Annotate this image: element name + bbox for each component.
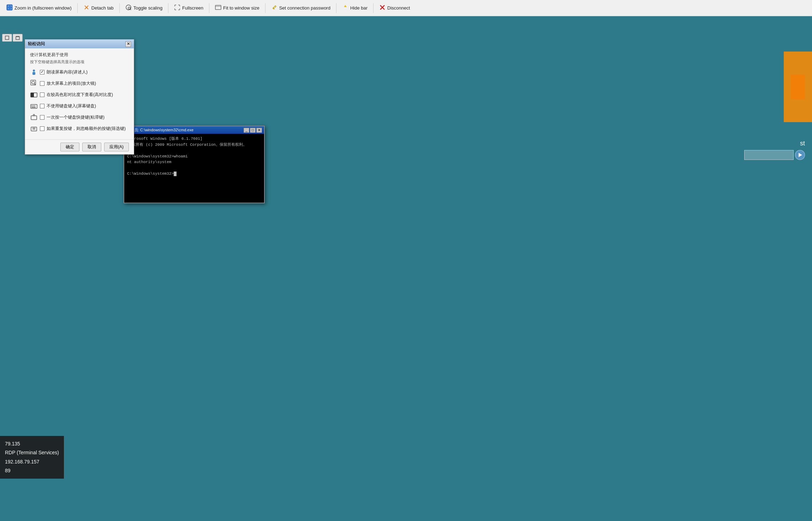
hide-bar-button[interactable]: Hide bar: [339, 3, 371, 13]
sep-5: [265, 3, 265, 13]
hide-bar-icon: [342, 4, 348, 12]
svg-rect-23: [31, 106, 32, 106]
svg-rect-22: [31, 104, 37, 108]
cmd-title-buttons: _ □ ✕: [244, 128, 262, 133]
filter-checkbox[interactable]: [40, 126, 44, 131]
contrast-checkbox[interactable]: [40, 92, 44, 97]
svg-marker-9: [344, 5, 347, 7]
cmd-line-2: [127, 148, 261, 154]
sep-3: [168, 3, 168, 13]
detach-tab-label: Detach tab: [91, 5, 114, 11]
cmd-line-4: nt authority\system: [127, 159, 261, 165]
tooltip-protocol: RDP (Terminal Services): [5, 448, 59, 457]
login-label: st: [744, 140, 805, 147]
fullscreen-button[interactable]: Fullscreen: [171, 3, 207, 13]
svg-point-15: [33, 70, 35, 72]
sep-6: [336, 3, 336, 13]
magnifier-label: 放大屏幕上的项目(放大镜): [47, 80, 96, 86]
tooltip-ip: 79.135: [5, 439, 59, 448]
svg-rect-16: [32, 72, 35, 75]
sidebar-widget: [784, 52, 812, 122]
access-item-contrast: 在较高色彩对比度下查看(高对比度): [30, 91, 129, 98]
dialog-ok-button[interactable]: 确定: [60, 143, 79, 151]
cmd-maximize-button[interactable]: □: [250, 128, 256, 133]
narrator-icon: [30, 68, 38, 76]
cmd-window: 管理员: C:\windows\system32\cmd.exe _ □ ✕ M…: [124, 126, 265, 203]
disconnect-button[interactable]: Disconnect: [376, 3, 413, 13]
login-input-row: [744, 150, 805, 160]
filter-icon: [30, 125, 38, 132]
osk-icon: [30, 102, 38, 110]
detach-tab-button[interactable]: Detach tab: [80, 3, 117, 13]
cmd-line-5: [127, 165, 261, 171]
cmd-cursor: [174, 172, 177, 176]
cmd-line-6: C:\Windows\system32>: [127, 171, 261, 177]
sub-toolbar: [0, 32, 25, 43]
svg-rect-25: [34, 106, 35, 106]
disconnect-label: Disconnect: [387, 5, 410, 11]
sep-7: [373, 3, 374, 13]
hide-bar-label: Hide bar: [350, 5, 368, 11]
sticky-checkbox[interactable]: [40, 115, 44, 120]
svg-rect-12: [5, 36, 9, 40]
svg-rect-24: [33, 106, 34, 106]
dialog-apply-button[interactable]: 应用(A): [104, 143, 129, 151]
svg-rect-32: [791, 74, 805, 99]
osk-checkbox[interactable]: [40, 104, 44, 108]
svg-line-6: [130, 9, 131, 10]
tooltip-box: 79.135 RDP (Terminal Services) 192.168.7…: [0, 436, 64, 479]
contrast-icon: [30, 91, 38, 98]
osk-label: 不使用键盘键入(屏幕键盘): [47, 103, 96, 109]
sub-btn-2[interactable]: [13, 34, 23, 42]
cmd-minimize-button[interactable]: _: [244, 128, 249, 133]
svg-point-28: [33, 114, 35, 116]
cmd-close-button[interactable]: ✕: [256, 128, 262, 133]
access-item-sticky: 一次按一个键盘快捷键(粘滞键): [30, 113, 129, 121]
svg-rect-21: [31, 93, 34, 97]
cmd-body[interactable]: Microsoft Windows [版本 6.1.7601] øû权所有 (c…: [124, 134, 264, 203]
set-password-button[interactable]: Set connection password: [268, 3, 334, 13]
svg-rect-26: [31, 107, 36, 108]
toggle-scaling-icon: [125, 4, 132, 12]
cmd-line-0: Microsoft Windows [版本 6.1.7601]: [127, 136, 261, 142]
access-item-filter: 如果重复按键，则忽略额外的按键(筛选键): [30, 125, 129, 132]
cmd-line-1: øû权所有 (c) 2009 Microsoft Corporation。保留所…: [127, 142, 261, 148]
set-password-icon: [271, 4, 277, 12]
magnifier-icon: [30, 79, 38, 87]
set-password-label: Set connection password: [279, 5, 330, 11]
access-item-osk: 不使用键盘键入(屏幕键盘): [30, 102, 129, 110]
cmd-line-3: C:\Windows\system32>whoami: [127, 154, 261, 160]
dialog-subtext: 按下空格键选择高亮显示的选项: [30, 59, 129, 65]
svg-point-18: [32, 81, 35, 84]
dialog-footer: 确定 取消 应用(A): [25, 139, 134, 154]
zoom-in-icon: ⛶: [6, 4, 13, 12]
toggle-scaling-label: Toggle scaling: [133, 5, 162, 11]
cmd-title: 管理员: C:\windows\system32\cmd.exe: [126, 127, 193, 133]
cmd-title-bar: 管理员: C:\windows\system32\cmd.exe _ □ ✕: [124, 126, 264, 134]
fit-window-icon: [215, 4, 221, 12]
dialog-cancel-button[interactable]: 取消: [82, 143, 101, 151]
sep-4: [209, 3, 209, 13]
detach-icon: [83, 4, 90, 12]
tooltip-local-ip: 192.168.79.157: [5, 457, 59, 466]
svg-marker-33: [799, 153, 802, 157]
login-area: st: [744, 140, 805, 160]
sep-1: [77, 3, 78, 13]
zoom-in-button[interactable]: ⛶ Zoom in (fullscreen window): [3, 3, 75, 13]
toggle-scaling-button[interactable]: Toggle scaling: [122, 3, 166, 13]
login-password-input[interactable]: [744, 150, 794, 160]
magnifier-checkbox[interactable]: [40, 81, 44, 86]
login-go-button[interactable]: [795, 150, 805, 160]
narrator-checkbox[interactable]: ✓: [40, 70, 44, 74]
dialog-header: 使计算机更易于使用: [30, 52, 129, 58]
sub-btn-1[interactable]: [2, 34, 12, 42]
access-item-magnifier: 放大屏幕上的项目(放大镜): [30, 79, 129, 87]
contrast-label: 在较高色彩对比度下查看(高对比度): [47, 92, 113, 98]
filter-label: 如果重复按键，则忽略额外的按键(筛选键): [47, 126, 126, 132]
sep-2: [119, 3, 120, 13]
easy-access-title-bar: 轻松访问 ✕: [25, 40, 134, 48]
easy-access-close-button[interactable]: ✕: [125, 41, 131, 47]
fullscreen-label: Fullscreen: [182, 5, 203, 11]
fit-window-button[interactable]: Fit to window size: [211, 3, 263, 13]
disconnect-icon: [379, 4, 386, 12]
